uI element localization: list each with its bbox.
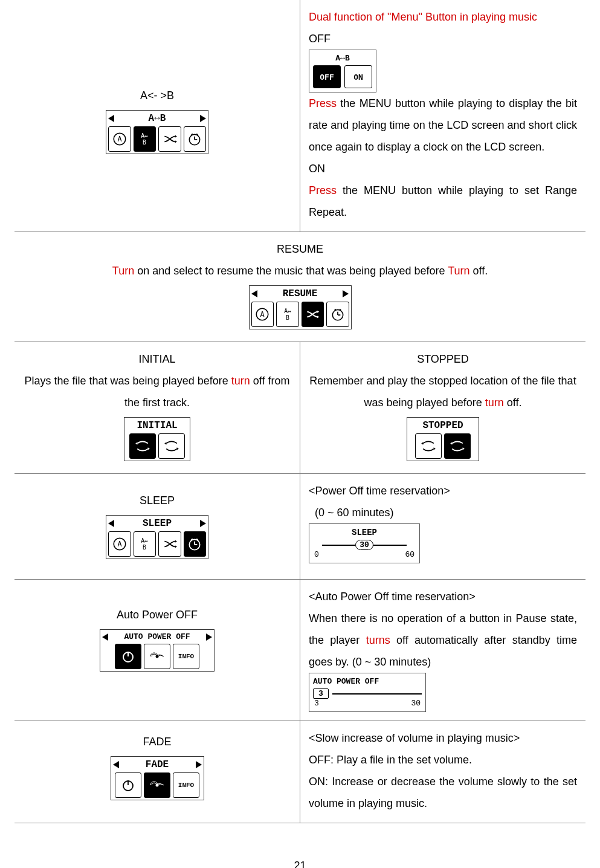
lcd-fade-header: FADE [146,759,169,770]
ab-off-desc: Press the MENU button while playing to d… [309,92,577,158]
shuffle-icon [158,531,181,557]
clock-icon [184,531,207,557]
lcd-fade-nav: FADE INFO [111,756,204,800]
lcd-sleep-slider: SLEEP 30 0 60 [309,523,420,563]
fade-title: FADE [23,731,291,753]
apo-value: 3 [313,688,329,699]
sleep-max: 60 [405,550,415,559]
resume-cell: RESUME Turn on and select to resume the … [15,232,585,342]
clock-icon [184,126,207,152]
fade-icon [144,644,170,669]
info-icon: INFO [173,772,199,798]
ab-icon: A↔B [276,302,299,327]
stopped-cell: STOPPED Remember and play the stopped lo… [300,342,586,474]
stopped-desc2: off. [504,397,522,409]
lcd-initial-header: INITIAL [137,420,177,431]
lcd-ab-header: A↔B [149,113,166,124]
repeat-all-icon: A [251,302,274,327]
ab-on-desc-text: the MENU button while playing to set Ran… [309,184,577,218]
ab-off-press: Press [309,97,337,109]
svg-text:A↔: A↔ [284,308,291,314]
resume-desc1: on and select to resume the music that w… [134,265,448,277]
initial-desc: Plays the file that was being played bef… [23,370,291,413]
fade-icon [144,772,170,798]
initial-desc1: Plays the file that was being played bef… [25,375,231,387]
resume-turn-off: Turn [448,265,469,277]
ab-off-label: OFF [309,28,577,50]
apo-title: Auto Power OFF [23,604,291,626]
loop-stop-icon [444,433,471,459]
ab-on-press: Press [309,184,337,196]
ab-icon: A↔B [134,531,156,557]
resume-turn-on: Turn [112,265,134,277]
fade-right-cell: <Slow increase of volume in playing musi… [300,721,586,823]
fade-off-desc: OFF: Play a file in the set volume. [309,749,577,771]
stopped-desc: Remember and play the stopped location o… [309,370,577,413]
clock-icon [326,302,349,327]
right-arrow-icon [200,115,206,122]
ab-on-label: ON [309,158,577,180]
info-icon: INFO [173,644,199,669]
lcd-sleep-header: SLEEP [143,518,172,529]
ab-right-cell: Dual function of "Menu" Button in playin… [300,0,586,232]
svg-point-20 [156,784,159,787]
power-icon [115,772,141,798]
on-tile: ON [344,65,372,88]
repeat-all-icon: A [108,531,131,557]
apo-desc: When there is no operation of a button i… [309,607,577,673]
lcd-offon: A↔B OFF ON [309,50,376,92]
loop-one-icon [129,433,156,459]
initial-title: INITIAL [23,348,291,370]
lcd-stopped: STOPPED [407,417,479,461]
svg-text:B: B [143,544,146,551]
initial-cell: INITIAL Plays the file that was being pl… [15,342,300,474]
lcd-resume: RESUME A A↔B [249,285,352,329]
svg-text:A: A [117,135,121,143]
ab-off-desc-text: the MENU button while playing to display… [309,97,577,153]
right-arrow-icon [206,633,212,641]
lcd-apo-slider: AUTO POWER OFF 3 3 30 [309,673,426,712]
svg-text:A: A [117,540,121,548]
shuffle-icon [158,126,181,152]
loop-stop-icon [158,433,185,459]
left-arrow-icon [108,520,114,527]
svg-text:B: B [286,314,289,321]
page-number: 21 [15,823,585,868]
apo-right-title: <Auto Power Off time reservation> [309,586,577,607]
right-arrow-icon [343,290,349,297]
left-arrow-icon [251,290,257,297]
sleep-min: 0 [314,550,319,559]
sleep-value: 30 [355,540,373,550]
left-arrow-icon [113,761,119,768]
svg-text:A↔: A↔ [141,537,148,544]
right-arrow-icon [196,761,202,768]
fade-left-cell: FADE FADE INFO [15,721,300,823]
apo-max: 30 [411,699,421,708]
svg-text:A↔: A↔ [141,132,148,139]
lcd-offon-header: A↔B [313,54,372,65]
repeat-all-icon: A [108,126,131,152]
lcd-sleep-nav: SLEEP A A↔B [106,515,208,559]
apo-left-cell: Auto Power OFF AUTO POWER OFF INFO [15,580,300,721]
shuffle-icon [302,302,324,327]
ab-left-cell: A<- >B A↔B A A↔B [15,0,300,232]
sleep-title: SLEEP [23,490,291,511]
resume-title: RESUME [23,238,577,260]
resume-desc: Turn on and select to resume the music t… [23,260,577,282]
lcd-initial: INITIAL [124,417,190,461]
svg-text:A: A [260,310,265,319]
lcd-stopped-header: STOPPED [422,420,463,431]
apo-min: 3 [314,699,319,708]
left-arrow-icon [108,115,114,122]
apo-turns: turns [366,634,390,646]
off-tile: OFF [313,65,341,88]
lcd-apo-nav: AUTO POWER OFF INFO [100,629,215,672]
lcd-sleep-slider-header: SLEEP [313,528,416,540]
stopped-turn: turn [485,397,504,409]
fade-right-title: <Slow increase of volume in playing musi… [309,727,577,749]
svg-point-17 [156,655,159,658]
loop-one-icon [415,433,442,459]
lcd-apo-header: AUTO POWER OFF [124,632,190,641]
ab-repeat-icon: A↔B [134,126,156,152]
sleep-right-title: <Power Off time reservation> [309,480,577,502]
